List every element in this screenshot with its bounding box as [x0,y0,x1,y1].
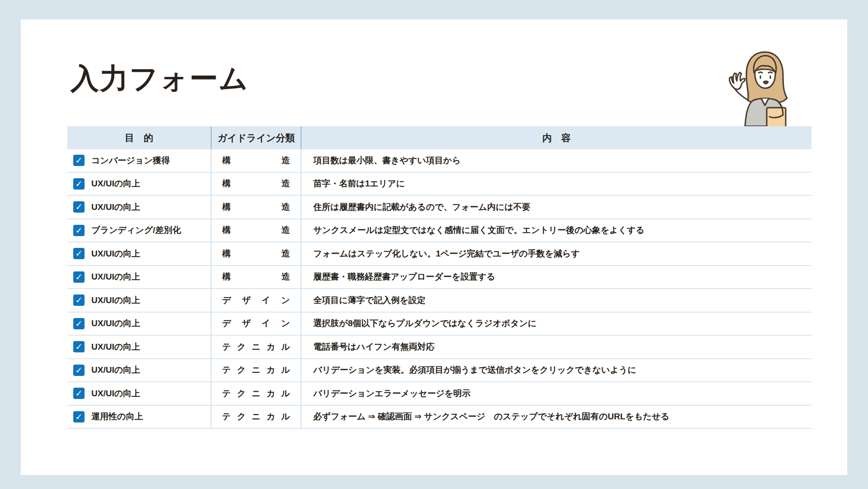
content-cell: バリデーションエラーメッセージを明示 [301,382,811,405]
presenter-woman-illustration [724,48,806,130]
purpose-label: ブランディング/差別化 [91,224,181,236]
row-checkbox[interactable]: ✓ [73,201,85,213]
category-cell: デザイン [211,289,301,312]
purpose-cell: ✓UX/UIの向上 [67,266,211,289]
category-cell: テクニカル [211,406,301,428]
row-checkbox[interactable]: ✓ [73,225,85,236]
category-cell: 構造 [211,266,301,289]
purpose-label: UX/UIの向上 [91,294,140,306]
check-icon: ✓ [75,156,83,165]
table-body: ✓コンバージョン獲得構造項目数は最小限、書きやすい項目から✓UX/UIの向上構造… [67,149,811,429]
content-label: バリデーションを実装。必須項目が揃うまで送信ボタンをクリックできないように [313,364,637,376]
category-label: 構造 [222,224,290,236]
table-row: ✓UX/UIの向上テクニカル電話番号はハイフン有無両対応 [67,336,811,359]
content-label: 苗字・名前は1エリアに [313,178,405,190]
category-cell: 構造 [211,242,301,265]
content-label: 必ずフォーム ⇒ 確認画面 ⇒ サンクスページ のステップでそれぞれ固有のURL… [313,411,670,423]
content-cell: サンクスメールは定型文ではなく感情に届く文面で。エントリー後の心象をよくする [301,219,811,242]
table-row: ✓UX/UIの向上構造履歴書・職務経歴書アップローダーを設置する [67,266,811,290]
content-cell: 住所は履歴書内に記載があるので、フォーム内には不要 [301,196,811,218]
table-row: ✓運用性の向上テクニカル必ずフォーム ⇒ 確認画面 ⇒ サンクスページ のステッ… [67,406,811,429]
category-cell: テクニカル [211,359,301,382]
content-cell: 苗字・名前は1エリアに [301,173,811,195]
purpose-cell: ✓UX/UIの向上 [67,173,211,195]
row-checkbox[interactable]: ✓ [73,294,85,306]
row-checkbox[interactable]: ✓ [73,155,85,166]
check-icon: ✓ [75,366,83,375]
category-label: テクニカル [222,341,290,353]
table-row: ✓UX/UIの向上デザイン全項目に薄字で記入例を設定 [67,289,811,313]
row-checkbox[interactable]: ✓ [73,248,85,259]
content-label: 履歴書・職務経歴書アップローダーを設置する [313,271,495,283]
content-label: 電話番号はハイフン有無両対応 [313,341,434,353]
check-icon: ✓ [75,413,83,421]
purpose-label: UX/UIの向上 [91,364,140,376]
purpose-label: 運用性の向上 [91,411,143,423]
content-cell: 選択肢が8個以下ならプルダウンではなくラジオボタンに [301,313,811,335]
row-checkbox[interactable]: ✓ [73,271,85,283]
check-icon: ✓ [75,389,83,398]
purpose-cell: ✓UX/UIの向上 [67,336,211,358]
purpose-cell: ✓UX/UIの向上 [67,313,211,335]
row-checkbox[interactable]: ✓ [73,341,85,352]
row-checkbox[interactable]: ✓ [73,318,85,329]
check-icon: ✓ [75,203,83,211]
header-content: 内 容 [301,126,811,149]
category-label: 構造 [222,248,290,260]
check-icon: ✓ [75,226,83,235]
row-checkbox[interactable]: ✓ [73,411,85,423]
content-card: 入力フォーム [21,19,847,475]
table-row: ✓コンバージョン獲得構造項目数は最小限、書きやすい項目から [67,149,811,173]
category-label: テクニカル [222,364,290,376]
purpose-label: UX/UIの向上 [91,248,140,260]
row-checkbox[interactable]: ✓ [73,388,85,399]
table-row: ✓UX/UIの向上構造住所は履歴書内に記載があるので、フォーム内には不要 [67,196,811,219]
purpose-cell: ✓コンバージョン獲得 [67,149,211,172]
category-cell: 構造 [211,173,301,195]
category-cell: デザイン [211,313,301,335]
category-label: デザイン [222,318,290,329]
content-cell: 項目数は最小限、書きやすい項目から [301,149,811,172]
row-checkbox[interactable]: ✓ [73,365,85,376]
content-cell: 全項目に薄字で記入例を設定 [301,289,811,312]
content-cell: 履歴書・職務経歴書アップローダーを設置する [301,266,811,289]
check-icon: ✓ [75,180,83,188]
table-row: ✓UX/UIの向上構造苗字・名前は1エリアに [67,173,811,196]
page-title: 入力フォーム [71,59,249,98]
content-label: 選択肢が8個以下ならプルダウンではなくラジオボタンに [313,318,537,329]
category-label: 構造 [222,271,290,283]
purpose-cell: ✓UX/UIの向上 [67,196,211,218]
content-label: 全項目に薄字で記入例を設定 [313,294,425,306]
purpose-cell: ✓運用性の向上 [67,406,211,428]
slide-canvas: { "page": { "title": "入力フォーム" }, "icons"… [0,0,868,489]
category-cell: テクニカル [211,336,301,358]
category-cell: テクニカル [211,382,301,405]
purpose-label: UX/UIの向上 [91,318,140,329]
header-purpose: 目 的 [67,126,211,149]
check-icon: ✓ [75,249,83,258]
check-icon: ✓ [75,296,83,304]
check-icon: ✓ [75,342,83,351]
purpose-cell: ✓UX/UIの向上 [67,382,211,405]
purpose-label: UX/UIの向上 [91,178,140,190]
content-label: フォームはステップ化しない。1ページ完結でユーザの手数を減らす [313,248,580,260]
content-label: 住所は履歴書内に記載があるので、フォーム内には不要 [313,201,530,213]
category-label: 構造 [222,201,290,213]
table-header-row: 目 的 ガイドライン分類 内 容 [67,126,811,149]
table-row: ✓ブランディング/差別化構造サンクスメールは定型文ではなく感情に届く文面で。エン… [67,219,811,243]
table-row: ✓UX/UIの向上構造フォームはステップ化しない。1ページ完結でユーザの手数を減… [67,242,811,266]
purpose-cell: ✓UX/UIの向上 [67,289,211,312]
category-label: テクニカル [222,388,290,399]
table-row: ✓UX/UIの向上デザイン選択肢が8個以下ならプルダウンではなくラジオボタンに [67,313,811,336]
content-cell: バリデーションを実装。必須項目が揃うまで送信ボタンをクリックできないように [301,359,811,382]
content-cell: 必ずフォーム ⇒ 確認画面 ⇒ サンクスページ のステップでそれぞれ固有のURL… [301,406,811,428]
check-icon: ✓ [75,273,83,281]
content-label: バリデーションエラーメッセージを明示 [313,388,471,399]
purpose-cell: ✓UX/UIの向上 [67,242,211,265]
category-cell: 構造 [211,196,301,218]
purpose-label: UX/UIの向上 [91,388,140,399]
category-label: デザイン [222,294,290,306]
row-checkbox[interactable]: ✓ [73,178,85,190]
purpose-label: コンバージョン獲得 [91,155,170,166]
table-row: ✓UX/UIの向上テクニカルバリデーションエラーメッセージを明示 [67,382,811,406]
